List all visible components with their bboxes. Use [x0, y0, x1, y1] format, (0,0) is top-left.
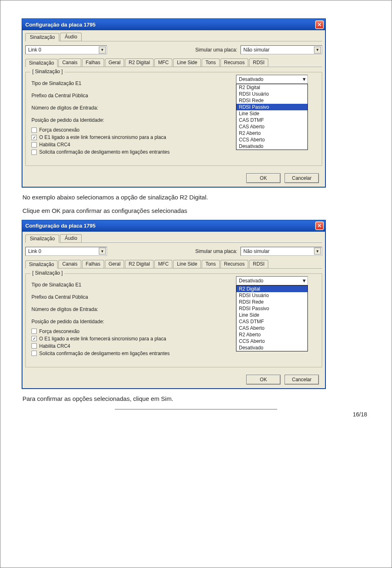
chevron-down-icon: ▼ — [314, 47, 321, 54]
subtab-3[interactable]: Geral — [105, 58, 124, 67]
tipo-dropdown[interactable]: Desativado ▼ — [236, 276, 308, 285]
caption-1: No exemplo abaixo selecionamos a opção d… — [22, 192, 341, 202]
caption-2: Clique em OK para confirmar as configura… — [22, 206, 341, 215]
list-item[interactable]: R2 Digital — [236, 286, 307, 292]
page-number: 16/18 — [21, 411, 367, 418]
list-item[interactable]: CAS Aberto — [236, 123, 307, 130]
check-label-e1: O E1 ligado a este link fornecerá sincro… — [39, 134, 166, 140]
subtab-7[interactable]: Tons — [202, 58, 219, 67]
list-item[interactable]: RDSI Rede — [236, 299, 307, 305]
list-item[interactable]: CCS Aberto — [236, 338, 307, 344]
top-tabs: Sinalização Áudio — [25, 33, 322, 41]
simular-label: Simular uma placa: — [195, 248, 237, 254]
titlebar: Configuração da placa 1795 ✕ — [22, 19, 325, 30]
list-item[interactable]: CAS DTMF — [236, 318, 307, 325]
subtab-5[interactable]: MFC — [154, 260, 172, 268]
top-tabs: Sinalização Áudio — [25, 234, 322, 242]
subtab-0[interactable]: Sinalização — [25, 59, 58, 67]
subtab-9[interactable]: RDSI — [249, 58, 268, 67]
ok-button[interactable]: OK — [246, 173, 281, 183]
label-prefixo: Prefixo da Central Pública — [31, 93, 138, 98]
subtab-2[interactable]: Falhas — [82, 260, 104, 268]
checkbox-forca[interactable] — [31, 127, 37, 133]
label-posicao: Posição de pedido da Identidade: — [31, 319, 138, 324]
tipo-listbox[interactable]: R2 DigitalRDSI UsuárioRDSI RedeRDSI Pass… — [236, 285, 308, 351]
link-combo[interactable]: Link 0 ▼ — [25, 45, 107, 54]
tab-audio[interactable]: Áudio — [60, 33, 82, 41]
list-item[interactable]: RDSI Rede — [236, 97, 307, 104]
label-tipo: Tipo de Sinalização E1 — [31, 81, 138, 86]
check-label-sol: Solicita confirmação de desligamento em … — [39, 351, 170, 356]
subtab-9[interactable]: RDSI — [249, 260, 268, 268]
chevron-down-icon: ▼ — [99, 248, 106, 255]
check-label-forca: Força desconexão — [39, 329, 80, 334]
subtab-5[interactable]: MFC — [154, 58, 172, 67]
list-item[interactable]: R2 Aberto — [236, 130, 307, 136]
simular-combo[interactable]: Não simular ▼ — [241, 247, 322, 256]
link-value: Link 0 — [28, 47, 41, 53]
check-label-e1: O E1 ligado a este link fornecerá sincro… — [39, 336, 166, 342]
list-item[interactable]: R2 Aberto — [236, 331, 307, 338]
check-label-crc4: Habilita CRC4 — [39, 142, 70, 148]
list-item[interactable]: CAS DTMF — [236, 117, 307, 123]
subtab-8[interactable]: Recursos — [220, 260, 249, 268]
simular-value: Não simular — [243, 47, 270, 53]
checkbox-sol[interactable] — [31, 150, 37, 155]
label-numdig: Número de dígitos de Entrada: — [31, 306, 138, 312]
checkbox-e1[interactable]: ✓ — [31, 336, 37, 341]
list-item[interactable]: RDSI Usuário — [236, 91, 307, 97]
tab-sinalizacao[interactable]: Sinalização — [25, 235, 59, 243]
subtab-6[interactable]: Line Side — [173, 260, 201, 268]
subtab-3[interactable]: Geral — [105, 260, 124, 268]
subtab-0[interactable]: Sinalização — [25, 260, 58, 268]
list-item[interactable]: CCS Aberto — [236, 136, 307, 143]
subtab-7[interactable]: Tons — [202, 260, 219, 268]
close-icon[interactable]: ✕ — [315, 20, 324, 29]
list-item[interactable]: Desativado — [236, 344, 307, 351]
subtab-4[interactable]: R2 Digital — [125, 58, 154, 67]
checkbox-crc4[interactable] — [31, 142, 37, 148]
check-label-crc4: Habilita CRC4 — [39, 343, 70, 349]
subtab-1[interactable]: Canais — [58, 260, 81, 268]
checkbox-sol[interactable] — [31, 351, 37, 356]
checkbox-crc4[interactable] — [31, 343, 37, 349]
link-combo[interactable]: Link 0 ▼ — [25, 247, 107, 256]
ok-button[interactable]: OK — [246, 375, 281, 385]
tab-sinalizacao[interactable]: Sinalização — [25, 33, 59, 41]
simular-combo[interactable]: Não simular ▼ — [241, 45, 322, 54]
list-item[interactable]: RDSI Usuário — [236, 292, 307, 299]
chevron-down-icon: ▼ — [314, 248, 321, 255]
list-item[interactable]: Line Side — [236, 312, 307, 318]
tipo-value: Desativado — [239, 76, 263, 82]
label-tipo: Tipo de Sinalização E1 — [31, 282, 138, 288]
subtab-1[interactable]: Canais — [58, 58, 81, 67]
subtab-8[interactable]: Recursos — [220, 58, 249, 67]
checkbox-e1[interactable]: ✓ — [31, 135, 37, 140]
tipo-dropdown[interactable]: Desativado ▼ — [236, 75, 308, 84]
label-numdig: Número de dígitos de Entrada: — [31, 105, 138, 111]
check-label-forca: Força desconexão — [39, 127, 80, 133]
list-item[interactable]: RDSI Passivo — [236, 104, 307, 110]
subtab-6[interactable]: Line Side — [173, 58, 201, 67]
subtab-2[interactable]: Falhas — [82, 58, 104, 67]
sub-tabs: Sinalização Canais Falhas Geral R2 Digit… — [25, 260, 322, 268]
list-item[interactable]: CAS Aberto — [236, 325, 307, 331]
list-item[interactable]: R2 Digital — [236, 84, 307, 91]
group-legend: [ Sinalização ] — [31, 270, 65, 276]
cancel-button[interactable]: Cancelar — [285, 173, 319, 183]
list-item[interactable]: RDSI Passivo — [236, 305, 307, 312]
window-title: Configuração da placa 1795 — [25, 22, 96, 28]
list-item[interactable]: Desativado — [236, 143, 307, 150]
footer-rule — [115, 409, 277, 409]
close-icon[interactable]: ✕ — [315, 221, 324, 230]
chevron-down-icon: ▼ — [302, 76, 307, 82]
tab-audio[interactable]: Áudio — [60, 234, 82, 242]
chevron-down-icon: ▼ — [302, 278, 307, 284]
subtab-4[interactable]: R2 Digital — [125, 260, 154, 268]
checkbox-forca[interactable] — [31, 329, 37, 334]
label-posicao: Posição de pedido da Identidade: — [31, 117, 138, 123]
tipo-listbox[interactable]: R2 DigitalRDSI UsuárioRDSI RedeRDSI Pass… — [236, 84, 308, 150]
caption-3: Para confirmar as opções selecionadas, c… — [22, 394, 341, 403]
cancel-button[interactable]: Cancelar — [285, 375, 319, 385]
list-item[interactable]: Line Side — [236, 110, 307, 117]
